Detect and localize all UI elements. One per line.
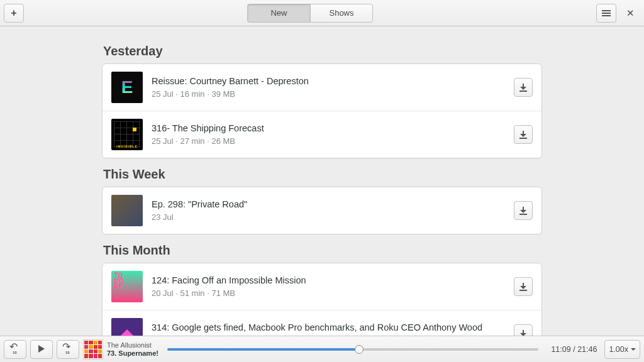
tab-new[interactable]: New	[247, 4, 310, 23]
tab-shows[interactable]: Shows	[310, 4, 373, 23]
download-icon	[519, 84, 527, 91]
episode-artwork: TOMORR	[111, 271, 143, 302]
seek-forward-button[interactable]: 10	[57, 340, 79, 359]
download-button[interactable]	[514, 125, 533, 144]
chevron-down-icon	[631, 345, 636, 354]
episode-row[interactable]: E Reissue: Courtney Barnett - Depreston …	[103, 64, 541, 111]
episode-artwork	[111, 195, 143, 226]
plus-icon	[11, 8, 16, 19]
episode-row[interactable]: VERGECAST 314: Google gets fined, Macboo…	[103, 310, 541, 336]
download-icon	[519, 330, 527, 336]
hamburger-icon	[602, 13, 611, 14]
download-icon	[519, 283, 527, 290]
episode-title: 314: Google gets fined, Macbook Pro benc…	[152, 322, 505, 332]
play-button[interactable]	[30, 340, 53, 359]
episode-title: 124: Facing Off an Impossible Mission	[152, 275, 505, 285]
now-playing-artwork	[83, 339, 103, 359]
now-playing-info: The Allusionist 73. Supername!	[107, 341, 158, 356]
menu-button[interactable]	[596, 4, 616, 23]
add-button[interactable]	[4, 4, 24, 23]
download-button[interactable]	[514, 324, 533, 336]
play-icon	[38, 344, 45, 354]
header-bar: New Shows	[0, 0, 644, 26]
section-card: Ep. 298: "Private Road" 23 Jul	[102, 187, 542, 234]
download-button[interactable]	[514, 78, 533, 97]
episode-artwork: INVISIBLE	[111, 119, 143, 150]
section-card: E Reissue: Courtney Barnett - Depreston …	[102, 63, 542, 158]
episode-row[interactable]: Ep. 298: "Private Road" 23 Jul	[103, 187, 541, 234]
close-button[interactable]	[620, 4, 640, 23]
section-title: This Month	[103, 243, 542, 258]
playback-speed-button[interactable]: 1.00x	[604, 340, 640, 359]
download-icon	[519, 131, 527, 138]
seek-slider[interactable]	[167, 343, 539, 356]
download-icon	[519, 207, 527, 214]
seek-back-button[interactable]: 10	[4, 340, 26, 359]
close-icon	[626, 8, 635, 19]
download-button[interactable]	[514, 277, 533, 296]
section-title: Yesterday	[103, 44, 542, 58]
episode-title: Ep. 298: "Private Road"	[152, 199, 505, 209]
episode-title: 316- The Shipping Forecast	[152, 123, 505, 133]
episode-artwork: E	[111, 72, 143, 103]
view-switcher: New Shows	[247, 4, 373, 23]
episode-row[interactable]: INVISIBLE 316- The Shipping Forecast 25 …	[103, 111, 541, 158]
episode-meta: 23 Jul	[152, 212, 505, 222]
section-title: This Week	[103, 167, 542, 182]
now-playing-title: 73. Supername!	[107, 349, 158, 357]
seek-back-icon: 10	[9, 344, 21, 354]
player-bar: 10 10 The Allusionist 73. Supername! 11:…	[0, 336, 644, 362]
episode-meta: 25 Jul · 27 min · 26 MB	[152, 136, 505, 146]
episode-title: Reissue: Courtney Barnett - Depreston	[152, 76, 505, 86]
section-card: TOMORR 124: Facing Off an Impossible Mis…	[102, 263, 542, 336]
seek-forward-icon: 10	[62, 344, 74, 354]
now-playing-show: The Allusionist	[107, 341, 158, 349]
episode-meta: 20 Jul · 51 min · 71 MB	[152, 288, 505, 298]
episode-row[interactable]: TOMORR 124: Facing Off an Impossible Mis…	[103, 263, 541, 310]
seek-thumb[interactable]	[355, 345, 364, 354]
time-display: 11:09 / 21:46	[551, 345, 597, 354]
episode-meta: 25 Jul · 16 min · 39 MB	[152, 89, 505, 99]
episode-artwork: VERGECAST	[111, 318, 143, 336]
episode-list-scroll[interactable]: Yesterday E Reissue: Courtney Barnett - …	[0, 26, 644, 336]
download-button[interactable]	[514, 201, 533, 220]
